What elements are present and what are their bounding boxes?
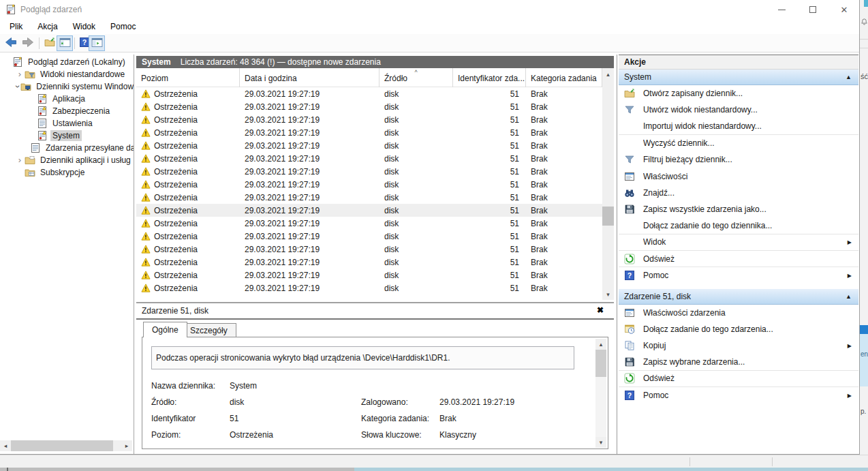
action-filtruj-bieżący-dziennik[interactable]: Filtruj bieżący dziennik...: [619, 151, 858, 168]
table-row[interactable]: Ostrzeżenia29.03.2021 19:27:19disk51Brak: [136, 126, 602, 139]
field-value: Ostrzeżenia: [230, 430, 273, 440]
table-row[interactable]: Ostrzeżenia29.03.2021 19:27:19disk51Brak: [136, 139, 602, 152]
table-row[interactable]: Ostrzeżenia29.03.2021 19:27:19disk51Brak: [136, 113, 602, 126]
action-właściwości[interactable]: Właściwości: [619, 168, 858, 184]
console-tree-toggle-button[interactable]: [57, 35, 73, 51]
table-row[interactable]: Ostrzeżenia29.03.2021 19:27:19disk51Brak: [136, 204, 602, 217]
action-group-header-1[interactable]: System▲: [619, 70, 858, 85]
scrollbar-thumb[interactable]: [11, 440, 113, 451]
scroll-down-arrow-icon[interactable]: ▾: [595, 437, 606, 448]
scrollbar-thumb[interactable]: [595, 350, 606, 377]
table-row[interactable]: Ostrzeżenia29.03.2021 19:27:19disk51Brak: [136, 256, 602, 269]
action-zapisz-wybrane-zdarzenia[interactable]: Zapisz wybrane zdarzenia...: [619, 354, 858, 370]
scroll-down-arrow-icon[interactable]: ▾: [602, 288, 614, 300]
action-otwórz-zapisany-dziennik[interactable]: Otwórz zapisany dziennik...: [619, 85, 858, 102]
menu-widok[interactable]: Widok: [66, 20, 102, 33]
tree-item-aplikacja[interactable]: Aplikacja: [0, 93, 134, 105]
menu-akcja[interactable]: Akcja: [31, 20, 64, 33]
tree-item-podgląd-zdarzeń-lokalny-[interactable]: Podgląd zdarzeń (Lokalny): [0, 56, 134, 68]
table-row[interactable]: Ostrzeżenia29.03.2021 19:27:19disk51Brak: [136, 217, 602, 230]
chevron-down-icon[interactable]: ›: [14, 85, 21, 88]
chevron-right-icon[interactable]: ›: [16, 157, 23, 164]
warning-icon: [141, 258, 151, 267]
table-row[interactable]: Ostrzeżenia29.03.2021 19:27:19disk51Brak: [136, 165, 602, 178]
scroll-right-arrow-icon[interactable]: ▸: [121, 440, 132, 451]
action-dołącz-zadanie-do-tego-dziennika[interactable]: Dołącz zadanie do tego dziennika...: [619, 217, 858, 234]
table-row[interactable]: Ostrzeżenia29.03.2021 19:27:19disk51Brak: [136, 152, 602, 165]
action-importuj-widok-niestandardowy[interactable]: Importuj widok niestandardowy...: [619, 119, 858, 135]
action-dołącz-zadanie-do-tego-zdarzenia[interactable]: Dołącz zadanie do tego zdarzenia...: [619, 321, 858, 337]
tab-details[interactable]: Szczegóły: [181, 323, 236, 337]
folder-filter-icon: [25, 69, 35, 80]
action-znajdź[interactable]: Znajdź...: [619, 185, 858, 201]
tab-general[interactable]: Ogólne: [143, 322, 187, 337]
action-utwórz-widok-niestandardowy[interactable]: Utwórz widok niestandardowy...: [619, 102, 858, 118]
scroll-left-arrow-icon[interactable]: ◂: [0, 440, 11, 451]
no-icon: [624, 237, 635, 247]
forward-button[interactable]: [20, 35, 36, 51]
action-pomoc[interactable]: ?Pomoc▶: [619, 387, 858, 404]
minimize-button[interactable]: [766, 0, 797, 19]
collapse-icon[interactable]: ▲: [846, 74, 852, 80]
submenu-arrow-icon: ▶: [848, 239, 852, 245]
column-header-3[interactable]: Źródło˄: [379, 68, 453, 87]
table-row[interactable]: Ostrzeżenia29.03.2021 19:27:19disk51Brak: [136, 282, 602, 294]
table-row[interactable]: Ostrzeżenia29.03.2021 19:27:19disk51Brak: [136, 191, 602, 204]
menu-plik[interactable]: Plik: [3, 20, 29, 33]
menu-pomoc[interactable]: Pomoc: [104, 20, 142, 33]
action-group-header-2[interactable]: Zdarzenie 51, disk▲: [619, 289, 858, 305]
field-label: Poziom:: [151, 430, 181, 440]
table-row[interactable]: Ostrzeżenia29.03.2021 19:27:19disk51Brak: [136, 100, 602, 113]
action-widok[interactable]: Widok▶: [619, 234, 858, 251]
preview-scrollbar[interactable]: ▴ ▾: [595, 339, 606, 448]
tree-item-dzienniki-systemu-windows[interactable]: ›Dzienniki systemu Windows: [0, 80, 134, 93]
cell-datetime: 29.03.2021 19:27:19: [240, 217, 379, 230]
table-row[interactable]: Ostrzeżenia29.03.2021 19:27:19disk51Brak: [136, 230, 602, 243]
cell-event-id: 51: [453, 191, 526, 204]
window-title: Podgląd zdarzeń: [20, 5, 82, 14]
tree-item-zdarzenia-przesyłane-dalej[interactable]: Zdarzenia przesyłane dalej: [0, 142, 134, 154]
warning-icon: [141, 245, 151, 254]
action-zapisz-wszystkie-zdarzenia-jako[interactable]: Zapisz wszystkie zdarzenia jako...: [619, 201, 858, 217]
action-kopiuj[interactable]: Kopiuj▶: [619, 337, 858, 354]
cell-category: Brak: [526, 256, 602, 269]
tree-item-subskrypcje[interactable]: Subskrypcje: [0, 166, 134, 179]
action-odśwież[interactable]: Odśwież: [619, 251, 858, 267]
tree-item-dzienniki-aplikacji-i-usług[interactable]: ›Dzienniki aplikacji i usług: [0, 154, 134, 166]
pane-splitter[interactable]: [617, 55, 617, 454]
tree-item-widoki-niestandardowe[interactable]: ›Widoki niestandardowe: [0, 68, 134, 80]
close-button[interactable]: ✕: [828, 0, 860, 19]
action-właściwości-zdarzenia[interactable]: Właściwości zdarzenia: [619, 305, 858, 321]
warning-icon: [141, 154, 151, 163]
table-row[interactable]: Ostrzeżenia29.03.2021 19:27:19disk51Brak: [136, 87, 602, 100]
collapse-icon[interactable]: ▲: [846, 293, 852, 300]
tree-item-label: Podgląd zdarzeń (Lokalny): [26, 57, 127, 67]
tree-item-ustawienia[interactable]: Ustawienia: [0, 117, 134, 130]
back-button[interactable]: [3, 35, 19, 51]
open-saved-log-button[interactable]: [42, 35, 58, 51]
cell-event-id: 51: [453, 87, 526, 100]
tree-item-system[interactable]: System: [0, 130, 134, 142]
scroll-up-arrow-icon[interactable]: ▴: [602, 68, 614, 80]
table-row[interactable]: Ostrzeżenia29.03.2021 19:27:19disk51Brak: [136, 269, 602, 282]
scrollbar-thumb[interactable]: [602, 207, 614, 226]
column-header-2[interactable]: Data i godzina: [240, 68, 379, 87]
preview-close-icon[interactable]: ✖: [595, 305, 606, 316]
tree-item-label: Zdarzenia przesyłane dalej: [44, 142, 134, 153]
maximize-button[interactable]: [797, 0, 828, 19]
tree-horizontal-scrollbar[interactable]: ◂ ▸: [0, 440, 132, 451]
table-row[interactable]: Ostrzeżenia29.03.2021 19:27:19disk51Brak: [136, 243, 602, 256]
column-header-5[interactable]: Kategoria zadania: [526, 68, 602, 87]
action-pomoc[interactable]: ?Pomoc▶: [619, 267, 858, 284]
column-header-1[interactable]: Poziom: [136, 68, 240, 87]
preview-pane: Zdarzenie 51, disk ✖ Ogólne Szczegóły Po…: [136, 302, 614, 452]
action-odśwież[interactable]: Odśwież: [619, 371, 858, 387]
scroll-up-arrow-icon[interactable]: ▴: [595, 339, 606, 350]
chevron-right-icon[interactable]: ›: [16, 71, 23, 78]
action-pane-toggle-button[interactable]: [89, 35, 105, 51]
tree-item-zabezpieczenia[interactable]: Zabezpieczenia: [0, 105, 134, 117]
column-header-4[interactable]: Identyfikator zda...: [453, 68, 526, 87]
table-vertical-scrollbar[interactable]: ▴ ▾: [602, 68, 614, 300]
action-wyczyść-dziennik[interactable]: Wyczyść dziennik...: [619, 135, 858, 151]
table-row[interactable]: Ostrzeżenia29.03.2021 19:27:19disk51Brak: [136, 178, 602, 191]
